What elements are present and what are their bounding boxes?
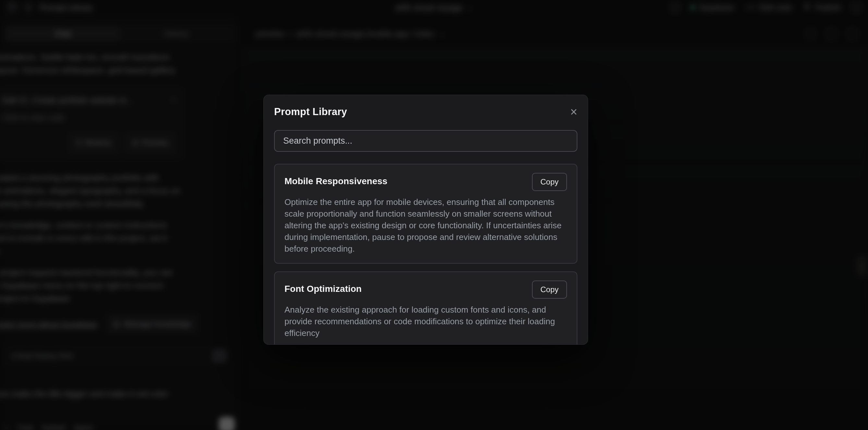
- prompt-card-font-optimization: Font Optimization Copy Analyze the exist…: [274, 271, 577, 345]
- prompt-card-mobile-responsiveness: Mobile Responsiveness Copy Optimize the …: [274, 164, 577, 264]
- prompt-title: Mobile Responsiveness: [284, 173, 387, 186]
- search-input[interactable]: [274, 130, 577, 152]
- prompt-list: Mobile Responsiveness Copy Optimize the …: [274, 164, 577, 345]
- close-icon[interactable]: ×: [570, 107, 577, 117]
- prompt-description: Optimize the entire app for mobile devic…: [284, 196, 567, 254]
- prompt-description: Analyze the existing approach for loadin…: [284, 304, 567, 339]
- copy-button[interactable]: Copy: [532, 280, 567, 299]
- modal-title: Prompt Library: [274, 106, 347, 118]
- copy-button[interactable]: Copy: [532, 173, 567, 191]
- prompt-title: Font Optimization: [284, 280, 362, 294]
- screen: Prompt Library artfx visual voyage ⌄ Sup…: [0, 0, 868, 430]
- prompt-library-modal: Prompt Library × Mobile Responsiveness C…: [264, 95, 588, 345]
